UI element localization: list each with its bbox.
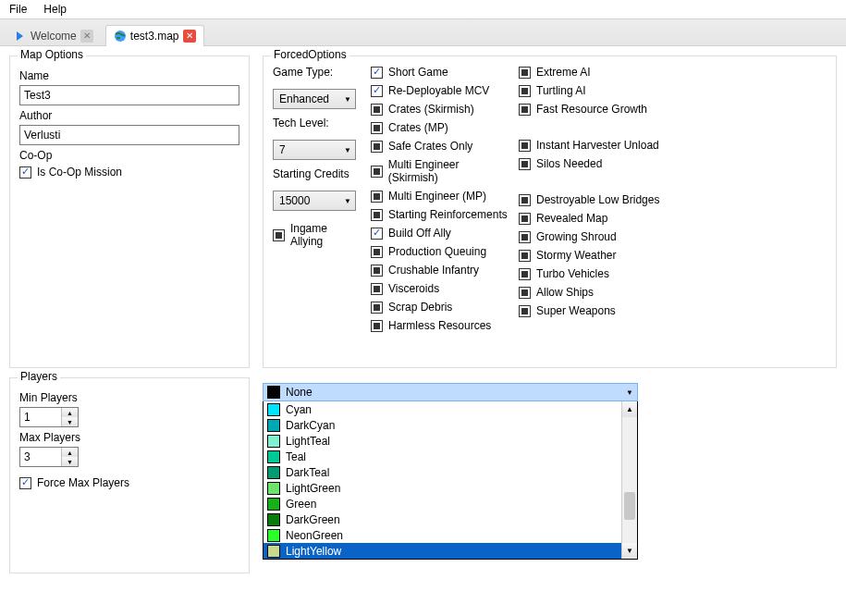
color-option[interactable]: Green — [264, 496, 621, 511]
option-checkbox[interactable]: Turtling AI — [519, 84, 667, 97]
option-checkbox[interactable]: Extreme AI — [519, 66, 667, 79]
color-dropdown[interactable]: None ▼ CyanDarkCyanLightTealTealDarkTeal… — [263, 383, 638, 560]
game-type-label: Game Type: — [273, 66, 362, 79]
menu-help[interactable]: Help — [43, 3, 67, 16]
tristate-icon — [371, 302, 383, 314]
chevron-down-icon: ▼ — [344, 197, 351, 205]
starting-credits-combo[interactable]: 15000 ▼ — [273, 191, 356, 211]
option-checkbox[interactable]: Revealed Map — [519, 212, 667, 225]
svg-point-1 — [116, 36, 120, 38]
min-players-input[interactable] — [20, 408, 61, 426]
min-players-label: Min Players — [19, 391, 239, 404]
tristate-icon — [519, 140, 531, 152]
option-checkbox[interactable]: Starting Reinforcements — [371, 208, 509, 221]
option-checkbox[interactable]: Safe Crates Only — [371, 140, 509, 153]
force-max-checkbox[interactable]: Force Max Players — [19, 476, 239, 489]
option-checkbox[interactable]: Multi Engineer (Skirmish) — [371, 158, 509, 184]
tristate-icon — [371, 104, 383, 116]
close-icon[interactable]: ✕ — [183, 30, 196, 43]
option-checkbox[interactable]: Build Off Ally — [371, 227, 509, 240]
chevron-up-icon[interactable]: ▲ — [62, 448, 78, 457]
scrollbar[interactable]: ▲ ▼ — [621, 401, 637, 559]
game-type-combo[interactable]: Enhanced ▼ — [273, 89, 356, 109]
close-icon[interactable]: ✕ — [80, 30, 93, 43]
tristate-icon — [371, 209, 383, 221]
spinner-arrows[interactable]: ▲▼ — [61, 408, 78, 426]
tab-welcome[interactable]: Welcome ✕ — [6, 25, 102, 46]
tristate-icon — [519, 268, 531, 280]
color-option[interactable]: DarkTeal — [264, 464, 621, 480]
max-players-spinner[interactable]: ▲▼ — [19, 447, 79, 467]
author-input[interactable] — [19, 125, 239, 145]
tech-level-combo[interactable]: 7 ▼ — [273, 140, 356, 160]
color-option[interactable]: NeonGreen — [264, 527, 621, 543]
tristate-icon — [371, 122, 383, 134]
option-checkbox[interactable]: Scrap Debris — [371, 301, 509, 314]
color-dropdown-selected[interactable]: None ▼ — [263, 383, 638, 401]
scroll-down-icon[interactable]: ▼ — [622, 543, 637, 559]
max-players-input[interactable] — [20, 448, 61, 466]
option-label: Re-Deployable MCV — [388, 84, 489, 97]
option-checkbox[interactable]: Re-Deployable MCV — [371, 84, 509, 97]
spinner-arrows[interactable]: ▲▼ — [61, 448, 78, 466]
tristate-icon — [519, 305, 531, 317]
color-option[interactable]: Teal — [264, 449, 621, 464]
option-label: Multi Engineer (MP) — [388, 190, 486, 203]
option-checkbox[interactable]: Allow Ships — [519, 286, 667, 299]
color-option[interactable]: DarkCyan — [264, 417, 621, 433]
option-label: Build Off Ally — [388, 227, 451, 240]
chevron-down-icon: ▼ — [344, 146, 351, 154]
forced-options-group: ForcedOptions Game Type: Enhanced ▼ Tech… — [263, 55, 837, 368]
color-option[interactable]: LightYellow — [264, 543, 621, 559]
is-coop-checkbox[interactable]: Is Co-Op Mission — [19, 166, 239, 179]
option-label: Turbo Vehicles — [536, 267, 609, 280]
tristate-icon — [519, 67, 531, 79]
option-label: Crushable Infantry — [388, 264, 479, 277]
color-swatch — [267, 513, 280, 526]
ingame-allying-checkbox[interactable]: Ingame Allying — [273, 222, 362, 248]
tech-level-value: 7 — [279, 143, 286, 156]
option-checkbox[interactable]: Growing Shroud — [519, 230, 667, 243]
option-checkbox[interactable]: Visceroids — [371, 282, 509, 295]
option-checkbox[interactable]: Crates (MP) — [371, 121, 509, 134]
option-checkbox[interactable]: Super Weapons — [519, 304, 667, 317]
game-type-value: Enhanced — [279, 92, 329, 105]
color-option[interactable]: LightTeal — [264, 433, 621, 449]
menu-file[interactable]: File — [9, 3, 27, 16]
chevron-down-icon[interactable]: ▼ — [62, 417, 78, 426]
tech-level-label: Tech Level: — [273, 117, 362, 129]
color-dropdown-list: CyanDarkCyanLightTealTealDarkTealLightGr… — [263, 401, 638, 560]
option-checkbox[interactable]: Crushable Infantry — [371, 264, 509, 277]
chevron-up-icon[interactable]: ▲ — [62, 408, 78, 417]
tristate-icon — [371, 85, 383, 97]
option-checkbox[interactable]: Silos Needed — [519, 157, 667, 170]
chevron-down-icon[interactable]: ▼ — [62, 457, 78, 466]
name-input[interactable] — [19, 85, 239, 105]
option-checkbox[interactable]: Stormy Weather — [519, 249, 667, 262]
color-option-label: Teal — [286, 450, 306, 463]
color-option[interactable]: LightGreen — [264, 480, 621, 496]
option-checkbox[interactable]: Short Game — [371, 66, 509, 79]
option-checkbox[interactable]: Crates (Skirmish) — [371, 103, 509, 116]
color-option[interactable]: Cyan — [264, 401, 621, 417]
tab-map[interactable]: test3.map ✕ — [105, 25, 204, 46]
color-option-label: DarkGreen — [286, 513, 340, 526]
option-checkbox[interactable]: Multi Engineer (MP) — [371, 190, 509, 203]
color-option[interactable]: DarkGreen — [264, 511, 621, 527]
scroll-thumb[interactable] — [624, 492, 635, 520]
option-checkbox[interactable]: Turbo Vehicles — [519, 267, 667, 280]
forced-options-legend: ForcedOptions — [271, 48, 349, 61]
option-label: Stormy Weather — [536, 249, 616, 262]
option-checkbox[interactable]: Production Queuing — [371, 245, 509, 258]
color-option-label: DarkCyan — [286, 419, 335, 432]
color-swatch — [267, 545, 280, 558]
scroll-up-icon[interactable]: ▲ — [622, 401, 637, 417]
option-label: Safe Crates Only — [388, 140, 472, 153]
option-label: Visceroids — [388, 282, 439, 295]
option-checkbox[interactable]: Destroyable Low Bridges — [519, 193, 667, 206]
option-checkbox[interactable]: Instant Harvester Unload — [519, 139, 667, 152]
option-checkbox[interactable]: Fast Resource Growth — [519, 103, 667, 116]
min-players-spinner[interactable]: ▲▼ — [19, 407, 79, 427]
option-checkbox[interactable]: Harmless Resources — [371, 319, 509, 332]
option-label: Starting Reinforcements — [388, 208, 508, 221]
